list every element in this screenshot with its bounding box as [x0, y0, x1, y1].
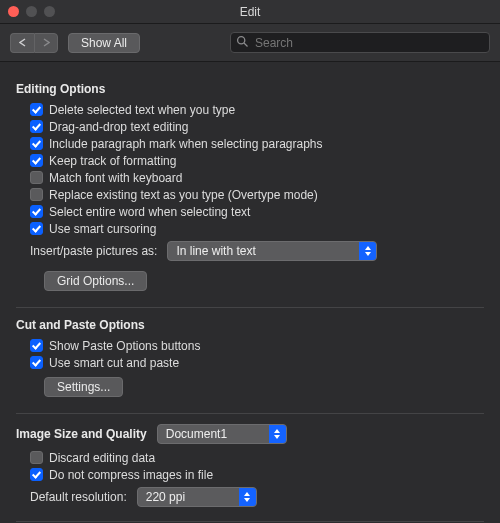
search-field — [230, 32, 490, 53]
checkbox[interactable] — [30, 137, 43, 150]
insert-paste-label: Insert/paste pictures as: — [30, 244, 157, 258]
checkbox-label: Discard editing data — [49, 451, 155, 465]
checkbox-label: Include paragraph mark when selecting pa… — [49, 137, 323, 151]
chevrons-icon — [239, 488, 256, 506]
checkbox-row: Discard editing data — [16, 449, 484, 466]
nav-buttons — [10, 33, 58, 53]
back-button[interactable] — [10, 33, 34, 53]
image-doc-value: Document1 — [158, 427, 249, 441]
checkbox-label: Use smart cut and paste — [49, 356, 179, 370]
section-cut-paste: Cut and Paste Options Show Paste Options… — [16, 318, 484, 403]
checkbox-label: Select entire word when selecting text — [49, 205, 250, 219]
divider — [16, 521, 484, 522]
cut-paste-title: Cut and Paste Options — [16, 318, 484, 332]
checkbox[interactable] — [30, 205, 43, 218]
zoom-icon[interactable] — [44, 6, 55, 17]
checkbox-row: Do not compress images in file — [16, 466, 484, 483]
default-resolution-value: 220 ppi — [138, 490, 207, 504]
default-resolution-select[interactable]: 220 ppi — [137, 487, 257, 507]
forward-button[interactable] — [34, 33, 58, 53]
checkbox[interactable] — [30, 171, 43, 184]
insert-paste-row: Insert/paste pictures as: In line with t… — [16, 237, 484, 265]
checkbox[interactable] — [30, 356, 43, 369]
default-resolution-row: Default resolution: 220 ppi — [16, 483, 484, 511]
svg-point-0 — [238, 37, 245, 44]
search-input[interactable] — [230, 32, 490, 53]
checkbox-row: Delete selected text when you type — [16, 101, 484, 118]
chevrons-icon — [269, 425, 286, 443]
checkbox-label: Match font with keyboard — [49, 171, 182, 185]
content: Editing Options Delete selected text whe… — [0, 62, 500, 523]
checkbox-label: Show Paste Options buttons — [49, 339, 200, 353]
checkbox-label: Use smart cursoring — [49, 222, 156, 236]
checkbox[interactable] — [30, 222, 43, 235]
checkbox-row: Select entire word when selecting text — [16, 203, 484, 220]
section-image-quality: Image Size and Quality Document1 Discard… — [16, 424, 484, 511]
checkbox[interactable] — [30, 339, 43, 352]
cut-paste-settings-button[interactable]: Settings... — [44, 377, 123, 397]
editing-options-title: Editing Options — [16, 82, 484, 96]
toolbar: Show All — [0, 24, 500, 62]
checkbox-label: Delete selected text when you type — [49, 103, 235, 117]
minimize-icon[interactable] — [26, 6, 37, 17]
image-doc-select[interactable]: Document1 — [157, 424, 287, 444]
divider — [16, 307, 484, 308]
grid-options-button[interactable]: Grid Options... — [44, 271, 147, 291]
insert-paste-value: In line with text — [168, 244, 277, 258]
default-resolution-label: Default resolution: — [30, 490, 127, 504]
chevrons-icon — [359, 242, 376, 260]
checkbox[interactable] — [30, 451, 43, 464]
checkbox-row: Keep track of formatting — [16, 152, 484, 169]
insert-paste-select[interactable]: In line with text — [167, 241, 377, 261]
svg-line-1 — [244, 43, 248, 47]
checkbox[interactable] — [30, 188, 43, 201]
checkbox-row: Use smart cursoring — [16, 220, 484, 237]
checkbox[interactable] — [30, 154, 43, 167]
titlebar: Edit — [0, 0, 500, 24]
checkbox-label: Do not compress images in file — [49, 468, 213, 482]
checkbox-row: Drag-and-drop text editing — [16, 118, 484, 135]
checkbox-label: Keep track of formatting — [49, 154, 176, 168]
search-icon — [236, 35, 249, 48]
checkbox-row: Match font with keyboard — [16, 169, 484, 186]
divider — [16, 413, 484, 414]
checkbox[interactable] — [30, 103, 43, 116]
checkbox[interactable] — [30, 468, 43, 481]
checkbox-label: Drag-and-drop text editing — [49, 120, 188, 134]
checkbox-row: Replace existing text as you type (Overt… — [16, 186, 484, 203]
section-editing-options: Editing Options Delete selected text whe… — [16, 82, 484, 297]
editing-options-list: Delete selected text when you typeDrag-a… — [16, 101, 484, 237]
cut-paste-list: Show Paste Options buttonsUse smart cut … — [16, 337, 484, 371]
image-quality-title: Image Size and Quality — [16, 427, 147, 441]
checkbox-label: Replace existing text as you type (Overt… — [49, 188, 318, 202]
show-all-button[interactable]: Show All — [68, 33, 140, 53]
checkbox-row: Use smart cut and paste — [16, 354, 484, 371]
window-title: Edit — [0, 5, 500, 19]
checkbox-row: Include paragraph mark when selecting pa… — [16, 135, 484, 152]
image-quality-list: Discard editing dataDo not compress imag… — [16, 449, 484, 483]
checkbox-row: Show Paste Options buttons — [16, 337, 484, 354]
checkbox[interactable] — [30, 120, 43, 133]
window-controls — [8, 6, 55, 17]
close-icon[interactable] — [8, 6, 19, 17]
